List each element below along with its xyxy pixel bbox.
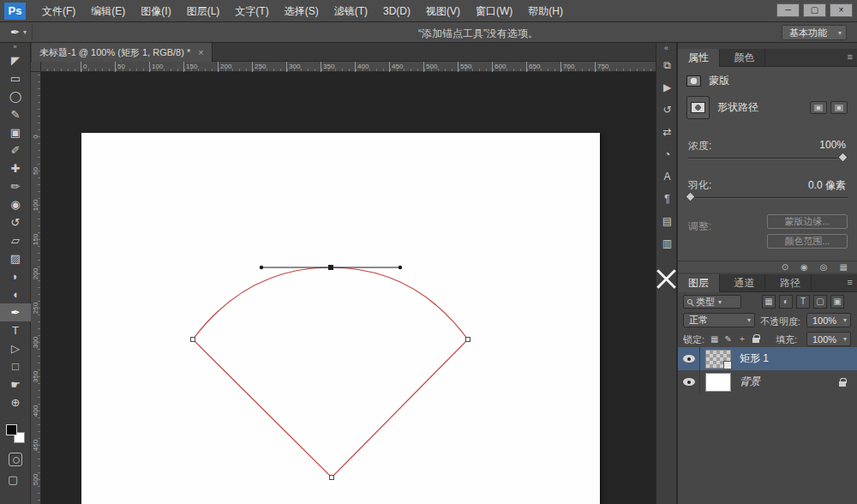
layer-visibility-cell[interactable] <box>678 370 700 393</box>
density-slider-track[interactable] <box>688 158 848 159</box>
clone-source-panel-icon[interactable]: ⇄ <box>656 121 678 143</box>
lasso-tool[interactable]: ◯ <box>0 87 31 105</box>
menu-help[interactable]: 帮助(H) <box>520 0 571 22</box>
apply-mask-icon[interactable]: ◉ <box>800 262 808 273</box>
layer-name[interactable]: 背景 <box>740 375 760 389</box>
screen-mode-icon[interactable]: ▢ <box>8 473 18 486</box>
menu-layer[interactable]: 图层(L) <box>179 0 228 22</box>
healing-brush-tool[interactable]: ✚ <box>0 159 31 177</box>
eyedropper-tool[interactable]: ✐ <box>0 141 31 159</box>
feather-slider-thumb[interactable] <box>685 191 696 202</box>
brush-tool[interactable]: ✏ <box>0 177 31 195</box>
expand-panels-icon[interactable]: « <box>656 43 676 54</box>
delete-mask-icon[interactable]: ▦ <box>840 262 848 273</box>
menu-select[interactable]: 选择(S) <box>277 0 327 22</box>
tab-layers[interactable]: 图层 <box>678 274 720 292</box>
layer-thumbnail[interactable] <box>705 373 731 392</box>
filter-shape-layers-icon[interactable]: ▢ <box>813 295 827 309</box>
foreground-color-swatch[interactable] <box>6 424 17 435</box>
tab-channels[interactable]: 通道 <box>723 274 765 292</box>
actions-panel-icon[interactable]: ▶ <box>656 76 678 99</box>
menu-3d[interactable]: 3D(D) <box>375 0 418 22</box>
blur-tool[interactable]: ◗ <box>0 267 31 285</box>
lock-pixels-icon[interactable]: ✎ <box>724 334 731 344</box>
menu-window[interactable]: 窗口(W) <box>468 0 520 22</box>
pen-tool[interactable]: ✒ <box>0 303 31 321</box>
close-button[interactable]: × <box>830 3 853 17</box>
timeline-panel-icon[interactable]: ◔ <box>656 143 678 165</box>
panel-menu-icon[interactable]: ≡ <box>848 277 853 287</box>
eye-icon[interactable] <box>683 355 695 363</box>
document-canvas[interactable] <box>81 133 600 504</box>
tool-preset-picker[interactable]: ✒ ▾ <box>5 24 33 40</box>
color-swatches[interactable] <box>6 424 27 445</box>
load-mask-selection-icon[interactable]: ⊙ <box>782 262 788 273</box>
layer-visibility-cell[interactable] <box>678 347 700 370</box>
brush-presets-panel-icon[interactable]: ▤ <box>656 210 678 232</box>
panel-menu-icon[interactable]: ≡ <box>848 51 853 62</box>
feather-value[interactable]: 0.0 像素 <box>808 178 846 193</box>
menu-view[interactable]: 视图(V) <box>418 0 468 22</box>
menu-edit[interactable]: 编辑(E) <box>83 0 133 22</box>
add-vector-mask-icon[interactable] <box>830 101 848 114</box>
opacity-select[interactable]: 100% ▾ <box>806 313 851 327</box>
lock-position-icon[interactable]: ＋ <box>738 333 746 345</box>
blend-mode-select[interactable]: 正常 ▾ <box>683 313 755 327</box>
fill-select[interactable]: 100% ▾ <box>806 332 851 346</box>
paragraph-panel-icon[interactable]: ¶ <box>656 188 678 210</box>
layer-row-background[interactable]: 背景 <box>678 370 857 393</box>
layer-filter-kind-dropdown[interactable]: 类型 ▾ <box>683 295 741 309</box>
filter-smart-objects-icon[interactable]: ▣ <box>830 295 844 309</box>
layer-name[interactable]: 矩形 1 <box>740 351 769 366</box>
mask-edge-button[interactable]: 蒙版边缘... <box>767 214 848 229</box>
menu-type[interactable]: 文字(T) <box>227 0 276 22</box>
lock-transparency-icon[interactable]: ▦ <box>710 334 718 344</box>
move-tool[interactable]: ◤ <box>0 51 31 69</box>
menu-filter[interactable]: 滤镜(T) <box>327 0 375 22</box>
density-slider-thumb[interactable] <box>837 152 848 163</box>
tab-paths[interactable]: 路径 <box>770 274 812 292</box>
enable-mask-icon[interactable]: ◎ <box>820 262 828 273</box>
add-pixel-mask-icon[interactable] <box>810 101 827 114</box>
styles-panel-icon[interactable]: ▥ <box>656 232 678 255</box>
shape-tool[interactable]: □ <box>0 357 31 375</box>
eraser-tool[interactable]: ▱ <box>0 231 31 249</box>
tab-color[interactable]: 颜色 <box>723 49 765 67</box>
toolbar-collapse-icon[interactable]: » <box>0 43 30 51</box>
filter-type-layers-icon[interactable]: T <box>796 295 810 309</box>
minimize-button[interactable]: ─ <box>776 3 800 17</box>
layer-row-rectangle-1[interactable]: 矩形 1 <box>678 347 857 370</box>
crop-tool[interactable]: ▣ <box>0 123 31 141</box>
menu-file[interactable]: 文件(F) <box>34 0 83 22</box>
color-range-button[interactable]: 颜色范围... <box>767 234 848 249</box>
type-tool[interactable]: T <box>0 321 31 339</box>
layer-thumbnail[interactable] <box>705 350 731 369</box>
gradient-tool[interactable]: ▨ <box>0 249 31 267</box>
marquee-tool[interactable]: ▭ <box>0 69 31 87</box>
tab-properties[interactable]: 属性 <box>678 49 720 67</box>
menu-image[interactable]: 图像(I) <box>133 0 178 22</box>
filter-adjustment-layers-icon[interactable]: ◐ <box>779 295 793 309</box>
eye-icon[interactable] <box>683 378 695 386</box>
document-tab[interactable]: 未标题-1 @ 100% (矩形 1, RGB/8) * × <box>32 43 213 62</box>
info-panel-icon[interactable]: ⧉ <box>656 54 678 76</box>
dodge-tool[interactable]: ◖ <box>0 285 31 303</box>
vector-mask-thumbnail-icon[interactable] <box>686 96 710 119</box>
filter-pixel-layers-icon[interactable]: ▦ <box>762 295 776 309</box>
quick-selection-tool[interactable]: ✎ <box>0 105 31 123</box>
path-selection-tool[interactable]: ▷ <box>0 339 31 357</box>
quick-mask-mode-icon[interactable] <box>9 453 22 466</box>
character-panel-icon[interactable]: A <box>656 165 678 188</box>
density-value[interactable]: 100% <box>819 139 846 151</box>
restore-button[interactable]: ▢ <box>803 3 826 17</box>
canvas-pasteboard[interactable] <box>41 72 656 504</box>
feather-slider-track[interactable] <box>688 197 848 199</box>
document-tab-close-icon[interactable]: × <box>198 47 203 57</box>
hand-tool[interactable]: ☛ <box>0 375 31 393</box>
workspace-switcher-button[interactable]: 基本功能 ▾ <box>782 25 847 40</box>
zoom-tool[interactable]: ⊕ <box>0 393 31 411</box>
history-panel-icon[interactable]: ↺ <box>656 99 678 121</box>
clone-stamp-tool[interactable]: ◉ <box>0 195 31 213</box>
history-brush-tool[interactable]: ↺ <box>0 213 31 231</box>
lock-all-icon[interactable] <box>752 338 759 343</box>
